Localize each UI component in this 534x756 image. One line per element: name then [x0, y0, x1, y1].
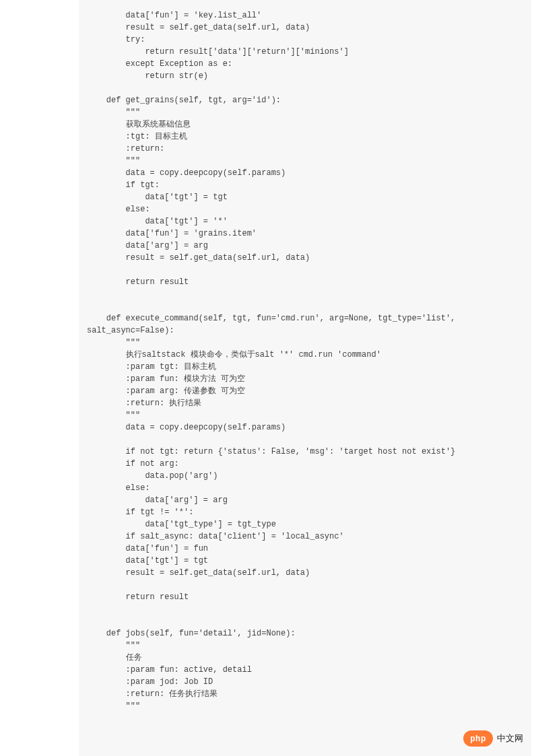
php-logo-icon: php	[463, 730, 493, 747]
code-block: data['fun'] = 'key.list_all' result = se…	[79, 0, 531, 756]
site-badge: php 中文网	[463, 730, 523, 747]
site-badge-text: 中文网	[497, 732, 523, 745]
document-page: data['fun'] = 'key.list_all' result = se…	[0, 0, 534, 756]
